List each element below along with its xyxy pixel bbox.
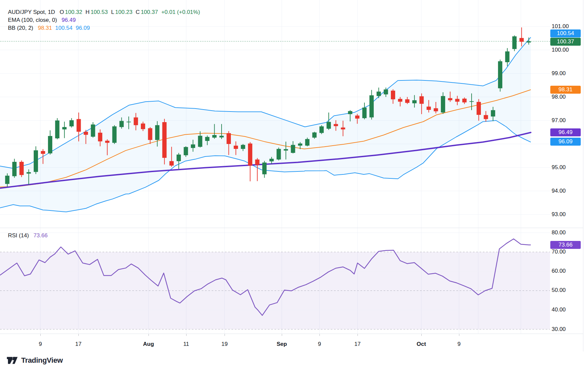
candle-body <box>55 120 60 138</box>
legend-item: 100.37 <box>141 8 158 16</box>
candle-body <box>319 126 324 133</box>
candle-body <box>377 92 381 96</box>
candle-body <box>127 122 131 122</box>
time-axis-label: Aug <box>143 340 154 348</box>
legend-item: EMA (100, close, 0) <box>8 16 57 24</box>
rsi-axis-label: 30.00 <box>552 325 585 333</box>
candle-body <box>419 96 424 104</box>
candle-body <box>220 136 224 137</box>
candle-body <box>491 110 495 116</box>
candle-body <box>162 122 167 158</box>
candle-body <box>119 121 124 127</box>
candle-body <box>169 161 174 166</box>
time-axis-label: 17 <box>75 340 82 348</box>
candle-body <box>348 111 352 114</box>
legend-item: RSI (14) <box>8 232 29 240</box>
time-axis-tick <box>40 334 41 336</box>
time-axis-label: 9 <box>457 340 460 348</box>
candle-body <box>455 99 459 102</box>
candle-body <box>362 108 367 118</box>
legend-symbol-row[interactable]: AUD/JPY Spot, 1DO100.32H100.53L100.23C10… <box>8 8 200 16</box>
time-axis-tick <box>357 334 358 336</box>
legend-item: 96.49 <box>62 16 76 24</box>
candle-body <box>470 101 474 102</box>
candle-body <box>327 122 331 129</box>
rsi-badge-value: 73.66 <box>550 241 581 249</box>
candle-body <box>12 162 17 176</box>
candle-body <box>334 124 338 126</box>
candle-body <box>20 162 24 175</box>
time-axis-tick <box>225 334 225 336</box>
time-axis-tick <box>186 334 187 336</box>
time-axis-label: 9 <box>39 340 42 348</box>
candle-body <box>134 117 138 125</box>
candle-body <box>41 151 45 154</box>
time-axis-tick <box>421 334 422 336</box>
candle-body <box>191 144 195 148</box>
candle-body <box>248 144 252 166</box>
candle-body <box>505 51 510 62</box>
rsi-axis-label: 50.00 <box>552 286 585 294</box>
legend-item: 98.31 <box>38 24 52 32</box>
time-axis-tick <box>459 334 459 336</box>
rsi-axis-label: 70.00 <box>552 248 585 256</box>
time-axis-label: Oct <box>417 340 426 348</box>
candle-body <box>212 135 217 138</box>
rsi-axis-label: 60.00 <box>552 267 585 275</box>
price-axis-label: 98.00 <box>552 93 585 101</box>
candle-body <box>270 159 274 162</box>
price-badge-bb-upper: 100.54 <box>550 29 581 37</box>
candle-body <box>384 89 388 94</box>
time-axis-tick <box>148 334 149 336</box>
tradingview-wordmark: TradingView <box>21 356 63 365</box>
legend-ema-row[interactable]: EMA (100, close, 0)96.49 <box>8 16 76 24</box>
legend-item: 100.32 <box>65 8 82 16</box>
candle-body <box>205 137 209 141</box>
time-axis-label: 17 <box>355 340 361 348</box>
chart-canvas[interactable] <box>0 0 588 372</box>
candle-body <box>441 96 445 113</box>
candle-body <box>184 147 188 155</box>
legend-item: BB (20, 2) <box>8 24 33 32</box>
tradingview-logo[interactable]: TradingView <box>7 356 63 365</box>
candle-body <box>391 91 395 99</box>
candle-body <box>198 136 202 147</box>
candle-body <box>284 149 288 151</box>
legend-rsi-row[interactable]: RSI (14)73.66 <box>8 232 48 240</box>
legend-item: 100.53 <box>91 8 108 16</box>
price-axis-label: 94.00 <box>552 187 585 195</box>
pane-divider[interactable] <box>0 228 583 228</box>
candle-body <box>26 172 31 173</box>
candle-body <box>526 41 531 43</box>
candle-body <box>462 99 467 102</box>
candle-body <box>434 108 438 111</box>
time-axis-label: 11 <box>183 340 189 348</box>
legend-bb-row[interactable]: BB (20, 2)98.31100.5496.09 <box>8 24 90 32</box>
legend-item: 73.66 <box>33 232 48 240</box>
candle-body <box>520 38 524 42</box>
candle-body <box>91 124 95 137</box>
candle-body <box>255 160 260 165</box>
price-badge-bb-basis: 98.31 <box>550 86 581 94</box>
price-badge-bb-lower: 96.09 <box>550 138 581 146</box>
candle-body <box>355 116 359 118</box>
candle-body <box>84 132 88 135</box>
candle-body <box>5 176 10 184</box>
rsi-axis-label: 40.00 <box>552 306 585 314</box>
price-axis-label: 99.00 <box>552 70 585 77</box>
legend-item: O <box>60 8 64 16</box>
tradingview-chart-app: AUD/JPY Spot, 1DO100.32H100.53L100.23C10… <box>0 0 588 372</box>
candle-body <box>369 95 374 117</box>
candle-body <box>305 139 310 146</box>
candle-body <box>227 133 231 144</box>
candle-body <box>48 136 52 154</box>
price-badge-ema: 96.49 <box>550 128 581 136</box>
candle-body <box>262 163 267 174</box>
candle-body <box>77 119 81 132</box>
time-axis-label: 19 <box>222 340 228 348</box>
legend-item: C <box>136 8 140 16</box>
price-axis-label: 100.00 <box>552 46 585 54</box>
candle-body <box>341 127 345 129</box>
candle-body <box>484 115 488 119</box>
legend-item: 100.54 <box>55 24 72 32</box>
